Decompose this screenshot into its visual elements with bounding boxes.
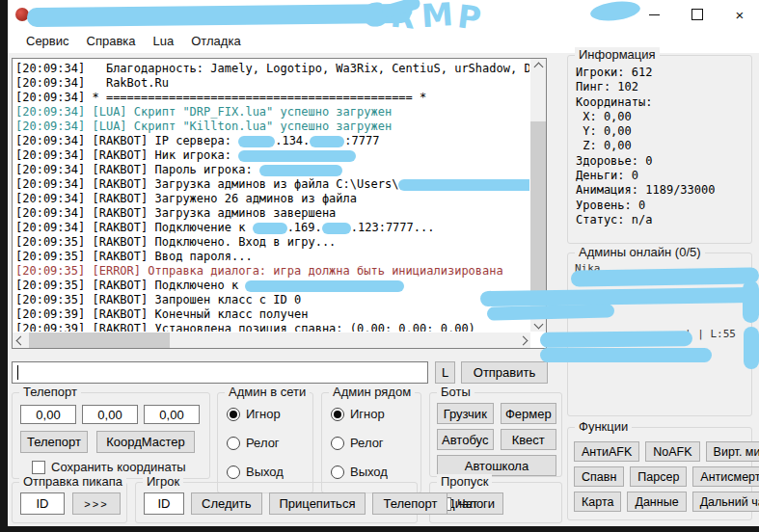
admin-near-option-1[interactable]: Игнор [331, 407, 388, 421]
log-line: [20:09:34] [RAKBOT] Пароль игрока: [15, 163, 529, 177]
log-text: :7777 [344, 134, 379, 147]
log-text: [20:09:34] [RAKBOT] Ник игрока: [15, 148, 238, 162]
bot-button[interactable]: Автошкола [437, 455, 556, 476]
radio-icon[interactable] [227, 408, 240, 421]
functions-group-label: Функции [575, 419, 632, 434]
pickup-send-button[interactable]: >>> [72, 492, 121, 515]
log-line: [20:09:34] [LUA] Скрипт "DRP_FIX.lua" ус… [15, 105, 529, 120]
censor-scribble [253, 223, 287, 234]
function-button[interactable]: Спавн [574, 466, 624, 487]
menu-item-справка[interactable]: Справка [78, 32, 145, 50]
radio-icon[interactable] [331, 466, 344, 479]
maximize-icon [691, 9, 703, 20]
bot-button[interactable]: Квест [501, 429, 557, 450]
coordmaster-button[interactable]: КоордМастер [96, 431, 195, 453]
l-button[interactable]: L [435, 361, 455, 384]
log-line: [20:09:35] [ERROR] Отправка диалога: игр… [15, 264, 529, 279]
admin-online-option-1[interactable]: Игнор [227, 407, 284, 421]
menu-item-сервис[interactable]: Сервис [17, 32, 78, 50]
function-button[interactable]: АнтиAFK [574, 441, 639, 462]
log-text: [20:09:35] [RAKBOT] Подключено к [15, 279, 245, 292]
crmp-letter: R [389, 0, 422, 37]
censor-scribble [540, 348, 712, 362]
info-line: Пинг: 102 [576, 80, 716, 94]
admin-online-group-label: Админ в сети [225, 385, 310, 399]
log-line: [20:09:34] Благодарность: Jamely, Logoti… [15, 62, 529, 76]
coord-z-input[interactable] [144, 405, 200, 424]
horizontal-scroll-thumb[interactable] [29, 332, 170, 348]
log-text: .134. [275, 134, 310, 147]
log-box[interactable]: [20:09:34] Благодарность: Jamely, Logoti… [12, 58, 547, 349]
radio-label: Релог [246, 436, 280, 450]
log-line: [20:09:34] RakBot.Ru [15, 76, 529, 91]
radio-icon[interactable] [331, 437, 344, 450]
menu-item-lua[interactable]: Lua [145, 32, 183, 50]
player-action-button[interactable]: Прицепиться [269, 492, 366, 515]
scroll-right-button[interactable] [515, 332, 530, 348]
bot-button[interactable]: Автобус [437, 429, 494, 450]
bots-group: Боты ГрузчикФермерАвтобусКвестАвтошкола [429, 392, 562, 477]
log-text: [20:09:34] RakBot.Ru [15, 76, 169, 90]
title-bar[interactable]: CRMP × [8, 0, 759, 29]
radio-icon[interactable] [227, 466, 240, 479]
skip-group-label: Пропуск [437, 474, 492, 489]
radio-icon[interactable] [227, 437, 240, 450]
log-horizontal-scrollbar[interactable] [13, 332, 530, 348]
radio-label: Выход [350, 465, 388, 479]
coord-inputs [20, 405, 200, 424]
log-text: [20:09:34] [RAKBOT] Загружено 26 админов… [15, 192, 357, 205]
player-action-button[interactable]: Телепорт [372, 492, 447, 515]
radio-icon[interactable] [331, 408, 344, 421]
coord-x-input[interactable] [20, 405, 76, 424]
function-button[interactable]: Карта [574, 492, 621, 512]
function-button[interactable]: Вирт. мир [706, 441, 759, 462]
player-id-input[interactable] [144, 492, 184, 515]
admins-online-group-label: Админы онлайн (0/5) [575, 245, 705, 259]
censor-scribble [238, 150, 356, 162]
info-line: Y: 0,00 [576, 124, 716, 139]
function-button[interactable]: NoAFK [645, 441, 699, 462]
maximize-button[interactable] [676, 0, 718, 29]
log-text: [20:09:34] [RAKBOT] Подключение к [15, 221, 253, 234]
scroll-up-button[interactable] [530, 59, 546, 74]
function-button[interactable]: Парсер [630, 466, 687, 487]
vertical-scroll-thumb[interactable] [530, 121, 546, 295]
player-group: Игрок СледитьПрицепитьсяТелепорт [135, 482, 418, 523]
log-line: [20:09:34] [RAKBOT] Ник игрока: [15, 148, 529, 163]
chat-input[interactable] [12, 361, 428, 384]
admin-online-group: Админ в сети ИгнорРелогВыход [217, 392, 313, 493]
function-button[interactable]: Дальний чат [692, 492, 759, 512]
function-button[interactable]: Данные [627, 492, 686, 512]
log-line: [20:09:34] [RAKBOT] Загружено 26 админов… [15, 192, 529, 206]
function-button[interactable]: Антисмерть [692, 466, 759, 487]
censor-scribble [238, 136, 275, 147]
log-line: [20:09:39] [RAKBOT] Установлена позиция … [15, 322, 529, 332]
bot-button[interactable]: Грузчик [437, 403, 494, 424]
coord-y-input[interactable] [82, 405, 138, 424]
send-button[interactable]: Отправить [461, 361, 548, 384]
menu-item-отладка[interactable]: Отладка [182, 32, 249, 50]
player-action-button[interactable]: Следить [191, 492, 262, 515]
chevron-up-icon [533, 62, 543, 71]
log-line: [20:09:35] [RAKBOT] Запрошен класс с ID … [15, 293, 529, 307]
bot-button[interactable]: Фермер [501, 403, 557, 424]
log-text: [20:09:34] [LUA] Скрипт "DRP_FIX.lua" ус… [15, 105, 392, 119]
admin-near-option-3[interactable]: Выход [331, 465, 388, 479]
censor-scribble [259, 165, 342, 176]
info-line: Анимация: 1189/33000 [576, 183, 716, 198]
admin-online-option-2[interactable]: Релог [227, 436, 284, 450]
info-line: Здоровье: 0 [576, 154, 716, 169]
teleport-button[interactable]: Телепорт [20, 431, 88, 453]
info-line: Уровень: 0 [576, 199, 716, 213]
pickup-id-input[interactable] [20, 492, 65, 515]
save-coords-label: Сохранить координаты [51, 460, 186, 474]
minimize-button[interactable] [633, 0, 675, 29]
close-icon: × [736, 8, 745, 22]
crmp-scribble-text: CRMP [362, 0, 488, 34]
scroll-left-button[interactable] [13, 332, 28, 348]
close-button[interactable]: × [718, 0, 759, 29]
admin-near-option-2[interactable]: Релог [331, 436, 388, 450]
admin-online-option-3[interactable]: Выход [227, 465, 284, 479]
save-coords-checkbox[interactable] [32, 461, 45, 474]
censor-scribble [743, 280, 759, 323]
